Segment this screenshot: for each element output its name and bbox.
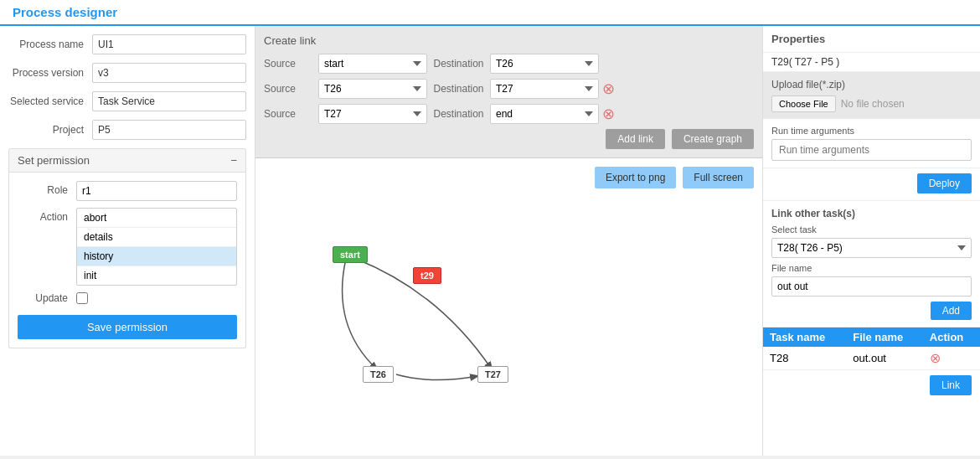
add-link-button[interactable]: Add link: [606, 129, 665, 149]
table-header-file: File name: [846, 327, 923, 347]
dest-select-1[interactable]: T26: [490, 54, 599, 74]
update-row: Update: [18, 292, 237, 304]
node-t27[interactable]: T27: [477, 366, 508, 383]
role-group: Role: [18, 181, 237, 201]
add-file-button[interactable]: Add: [931, 302, 972, 320]
save-permission-button[interactable]: Save permission: [18, 315, 237, 339]
node-start[interactable]: start: [333, 246, 368, 263]
app-title: Process designer: [13, 5, 117, 19]
add-file-row: Add: [771, 302, 972, 320]
fullscreen-button[interactable]: Full screen: [683, 167, 754, 188]
properties-subtitle: T29( T27 - P5 ): [763, 53, 980, 72]
remove-row-2-button[interactable]: ⊗: [599, 81, 618, 96]
linked-files-table: Task name File name Action T28 out.out ⊗: [763, 327, 980, 370]
dest-label-2: Destination: [427, 83, 490, 95]
create-link-title: Create link: [264, 34, 754, 47]
action-history[interactable]: history: [77, 247, 236, 266]
selected-service-group: Selected service: [8, 91, 246, 111]
graph-area: start t29 T26 T27: [255, 158, 762, 456]
update-label: Update: [18, 292, 76, 304]
update-checkbox[interactable]: [76, 292, 88, 304]
role-input[interactable]: [76, 181, 237, 201]
runtime-label: Run time arguments: [771, 126, 972, 136]
selected-service-label: Selected service: [8, 95, 92, 107]
project-group: Project: [8, 120, 246, 140]
process-name-label: Process name: [8, 39, 92, 50]
middle-panel: Create link Source start Destination T26…: [255, 26, 762, 456]
dest-label-1: Destination: [427, 58, 490, 70]
dest-select-2[interactable]: T27: [490, 79, 599, 99]
link-final-row: Link: [763, 370, 980, 400]
source-select-2[interactable]: T26: [318, 79, 427, 99]
dest-label-3: Destination: [427, 108, 490, 120]
canvas-controls: Export to png Full screen: [595, 167, 754, 188]
file-input-row: Choose File No file chosen: [771, 95, 972, 112]
source-select-3[interactable]: T27: [318, 104, 427, 124]
link-actions: Add link Create graph: [264, 129, 754, 149]
runtime-input[interactable]: [771, 139, 972, 161]
process-name-input[interactable]: [92, 34, 246, 54]
source-label-1: Source: [264, 58, 318, 70]
source-label-3: Source: [264, 108, 318, 120]
action-details[interactable]: details: [77, 228, 236, 247]
link-row-3: Source T27 Destination end ⊗: [264, 104, 754, 124]
project-input[interactable]: [92, 120, 246, 140]
upload-title: Upload file(*.zip): [771, 79, 972, 90]
permission-section: Set permission − Role Action abort detai…: [8, 148, 246, 348]
right-panel: Properties T29( T27 - P5 ) Upload file(*…: [762, 26, 980, 456]
file-name-label: File name: [771, 263, 972, 273]
node-t29[interactable]: t29: [413, 267, 441, 284]
remove-linked-file-button[interactable]: ⊗: [930, 350, 941, 366]
remove-row-3-button[interactable]: ⊗: [599, 106, 618, 121]
table-cell-action: ⊗: [923, 347, 980, 370]
link-button[interactable]: Link: [930, 375, 972, 395]
file-name-display: No file chosen: [841, 98, 905, 110]
table-cell-file: out.out: [846, 347, 923, 370]
task-select[interactable]: T28( T26 - P5): [771, 238, 972, 258]
link-tasks-section: Link other task(s) Select task T28( T26 …: [763, 201, 980, 327]
link-row-1: Source start Destination T26: [264, 54, 754, 74]
link-tasks-title: Link other task(s): [771, 208, 972, 219]
permission-header: Set permission −: [9, 149, 245, 173]
create-link-section: Create link Source start Destination T26…: [255, 26, 762, 158]
action-label: Action: [18, 208, 76, 223]
process-version-label: Process version: [8, 67, 92, 79]
graph-arrows: [255, 158, 762, 456]
action-group: Action abort details history init: [18, 208, 237, 286]
node-t26[interactable]: T26: [363, 366, 394, 383]
export-png-button[interactable]: Export to png: [595, 167, 676, 188]
action-init[interactable]: init: [77, 266, 236, 285]
source-select-1[interactable]: start: [318, 54, 427, 74]
process-version-input[interactable]: [92, 63, 246, 83]
action-list: abort details history init: [76, 208, 237, 286]
create-graph-button[interactable]: Create graph: [672, 129, 754, 149]
selected-service-input[interactable]: [92, 91, 246, 111]
deploy-row: Deploy: [763, 168, 980, 201]
dest-select-3[interactable]: end: [490, 104, 599, 124]
app-header: Process designer: [0, 0, 980, 26]
project-label: Project: [8, 124, 92, 136]
properties-title: Properties: [763, 26, 980, 53]
table-header-task: Task name: [763, 327, 846, 347]
action-abort[interactable]: abort: [77, 209, 236, 228]
source-label-2: Source: [264, 83, 318, 95]
permission-title: Set permission: [18, 154, 90, 167]
process-name-group: Process name: [8, 34, 246, 54]
left-panel: Process name Process version Selected se…: [0, 26, 255, 456]
table-row: T28 out.out ⊗: [763, 347, 980, 370]
collapse-icon[interactable]: −: [230, 154, 237, 167]
table-header-action: Action: [923, 327, 980, 347]
deploy-button[interactable]: Deploy: [917, 173, 972, 193]
upload-section: Upload file(*.zip) Choose File No file c…: [763, 72, 980, 119]
process-version-group: Process version: [8, 63, 246, 83]
file-name-input[interactable]: [771, 276, 972, 297]
permission-body: Role Action abort details history init U…: [9, 173, 245, 348]
table-cell-task: T28: [763, 347, 846, 370]
role-label: Role: [18, 181, 76, 196]
select-task-label: Select task: [771, 224, 972, 235]
runtime-section: Run time arguments: [763, 119, 980, 168]
link-row-2: Source T26 Destination T27 ⊗: [264, 79, 754, 99]
choose-file-button[interactable]: Choose File: [771, 95, 836, 112]
canvas-section: Export to png Full screen: [255, 158, 762, 456]
